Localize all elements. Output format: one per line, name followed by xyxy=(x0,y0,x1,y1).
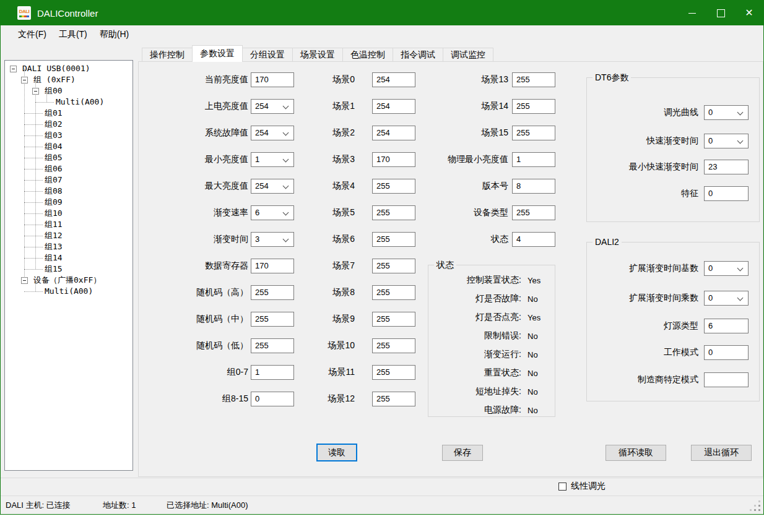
status-value-input[interactable]: 4 xyxy=(512,232,555,247)
param-row: 版本号8 xyxy=(428,179,555,194)
scene-11-input[interactable]: 255 xyxy=(372,365,415,380)
data-register-input[interactable]: 170 xyxy=(251,259,294,273)
read-button[interactable]: 读取 xyxy=(316,444,357,461)
device-tree[interactable]: DALI USB(0001)组 (0xFF)组00Multi(A00)组01组0… xyxy=(4,60,133,471)
power-on-level-combobox[interactable]: 254 xyxy=(251,99,294,114)
scene-3-input[interactable]: 170 xyxy=(372,152,415,167)
tab-operation-control[interactable]: 操作控制 xyxy=(142,48,193,61)
tab-parameter-settings[interactable]: 参数设置 xyxy=(192,45,243,62)
status-rows: 控制装置状态:Yes灯是否故障:No灯是否点亮:Yes限制错误:No渐变运行:N… xyxy=(428,271,555,419)
linear-dimming-checkbox[interactable] xyxy=(558,483,566,491)
tree-connector xyxy=(24,236,43,237)
maximize-button[interactable] xyxy=(706,1,735,25)
min-fast-fade-time-label: 最小快速渐变时间 xyxy=(587,161,698,173)
current-level-input[interactable]: 170 xyxy=(251,72,294,87)
tree-node[interactable]: Multi(A00) xyxy=(5,286,132,297)
groups-0-7-input[interactable]: 1 xyxy=(251,365,294,380)
status-bar: DALI 主机: 已连接 地址数: 1 已选择地址: Multi(A00) xyxy=(1,496,763,514)
scene-6-input[interactable]: 255 xyxy=(372,232,415,247)
light-source-type-input[interactable]: 6 xyxy=(704,319,749,333)
minimize-icon xyxy=(688,13,696,14)
min-fast-fade-time-input[interactable]: 23 xyxy=(704,160,749,174)
scene-4-input[interactable]: 255 xyxy=(372,179,415,194)
scene-5-input[interactable]: 255 xyxy=(372,205,415,220)
fade-rate-combobox[interactable]: 6 xyxy=(251,205,294,220)
minimize-button[interactable] xyxy=(678,1,706,25)
loop-read-button[interactable]: 循环读取 xyxy=(606,445,666,461)
menu-bar: 文件(F)工具(T)帮助(H) xyxy=(1,25,763,44)
min-level-combobox[interactable]: 1 xyxy=(251,152,294,167)
scene-12-input[interactable]: 255 xyxy=(372,392,415,406)
chevron-down-icon xyxy=(283,130,289,136)
param-row: 场景1254 xyxy=(298,99,415,114)
random-code-low-input[interactable]: 255 xyxy=(251,338,294,353)
chevron-down-icon xyxy=(283,103,289,109)
max-level-combobox[interactable]: 254 xyxy=(251,179,294,194)
tree-node-label: 组12 xyxy=(45,230,63,241)
tree-node-label: 组03 xyxy=(45,130,63,141)
random-code-low-label: 随机码（低） xyxy=(168,340,248,351)
ext-fade-time-base-combobox[interactable]: 0 xyxy=(704,261,749,276)
scene-8-label: 场景8 xyxy=(298,287,355,298)
tree-connector xyxy=(35,102,54,103)
manufacturer-specific-mode-label: 制造商特定模式 xyxy=(587,374,698,385)
menu-file[interactable]: 文件(F) xyxy=(12,27,53,43)
collapse-icon[interactable] xyxy=(21,77,28,84)
tree-connector xyxy=(24,202,43,204)
collapse-icon[interactable] xyxy=(10,66,17,72)
scene-7-input[interactable]: 255 xyxy=(372,259,415,273)
random-code-mid-input[interactable]: 255 xyxy=(251,312,294,327)
menu-help[interactable]: 帮助(H) xyxy=(93,27,135,43)
dimming-curve-value: 0 xyxy=(708,106,713,119)
exit-loop-button[interactable]: 退出循环 xyxy=(691,445,752,461)
fast-fade-time-value: 0 xyxy=(708,134,713,148)
scene-13-input[interactable]: 255 xyxy=(512,72,555,87)
random-code-high-input[interactable]: 255 xyxy=(251,285,294,300)
collapse-icon[interactable] xyxy=(21,277,28,284)
manufacturer-specific-mode-input[interactable] xyxy=(704,372,749,387)
save-button[interactable]: 保存 xyxy=(442,445,483,461)
param-row: 场景6255 xyxy=(298,232,415,247)
scene-0-input[interactable]: 254 xyxy=(372,72,415,87)
dimming-curve-combobox[interactable]: 0 xyxy=(704,105,749,120)
fast-fade-time-label: 快速渐变时间 xyxy=(587,135,698,147)
system-failure-level-combobox[interactable]: 254 xyxy=(251,126,294,140)
ext-fade-time-multiplier-combobox[interactable]: 0 xyxy=(704,291,749,306)
scene-14-input[interactable]: 255 xyxy=(512,99,555,114)
scene-8-input[interactable]: 255 xyxy=(372,285,415,300)
groups-8-15-input[interactable]: 0 xyxy=(251,392,294,406)
scene-1-label: 场景1 xyxy=(298,101,355,112)
close-button[interactable]: ✕ xyxy=(735,1,763,25)
scene-1-input[interactable]: 254 xyxy=(372,99,415,114)
fade-time-combobox[interactable]: 3 xyxy=(251,232,294,247)
tab-color-temp-control[interactable]: 色温控制 xyxy=(342,48,393,61)
scene-9-input[interactable]: 255 xyxy=(372,312,415,327)
version-number-label: 版本号 xyxy=(428,181,508,192)
scene-15-input[interactable]: 255 xyxy=(512,126,555,140)
scene-2-label: 场景2 xyxy=(298,127,355,139)
max-level-label: 最大亮度值 xyxy=(168,181,248,192)
chevron-down-icon xyxy=(737,138,744,144)
fast-fade-time-combobox[interactable]: 0 xyxy=(704,134,749,148)
param-column-2: 场景0254场景1254场景2254场景3170场景4255场景5255场景62… xyxy=(298,72,415,418)
physical-min-level-input[interactable]: 1 xyxy=(512,152,555,167)
data-register-value: 170 xyxy=(255,259,269,273)
scene-11-value: 255 xyxy=(376,366,390,379)
tab-command-debug[interactable]: 指令调试 xyxy=(393,48,443,61)
menu-tools[interactable]: 工具(T) xyxy=(53,27,93,43)
statusbar-selected-address: 已选择地址: Multi(A00) xyxy=(167,496,248,514)
tab-scene-settings[interactable]: 场景设置 xyxy=(292,48,343,61)
device-type-input[interactable]: 255 xyxy=(512,205,555,220)
resize-grip[interactable] xyxy=(758,509,760,511)
operating-mode-input[interactable]: 0 xyxy=(704,345,749,360)
lamp-on-value: Yes xyxy=(527,313,540,322)
tab-grouping-settings[interactable]: 分组设置 xyxy=(242,48,293,61)
tab-debug-monitor[interactable]: 调试监控 xyxy=(443,48,493,61)
scene-10-input[interactable]: 255 xyxy=(372,338,415,353)
scene-2-input[interactable]: 254 xyxy=(372,126,415,140)
features-input[interactable]: 0 xyxy=(704,186,749,201)
version-number-input[interactable]: 8 xyxy=(512,179,555,194)
param-row: 场景13255 xyxy=(428,72,555,87)
lamp-failure-label: 灯是否故障: xyxy=(428,293,521,304)
collapse-icon[interactable] xyxy=(32,88,39,95)
